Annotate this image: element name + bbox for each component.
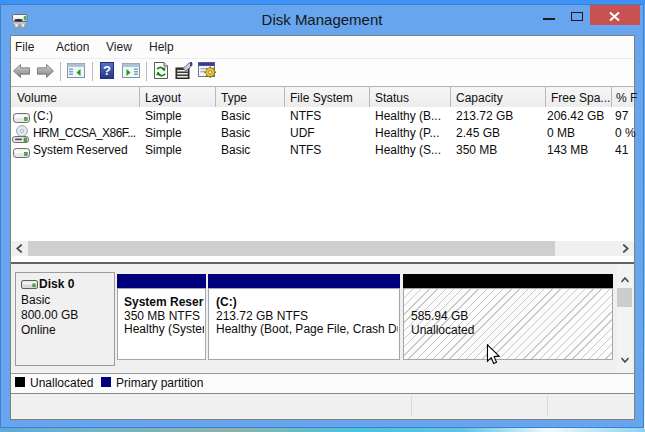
svg-text:?: ?: [103, 63, 111, 78]
